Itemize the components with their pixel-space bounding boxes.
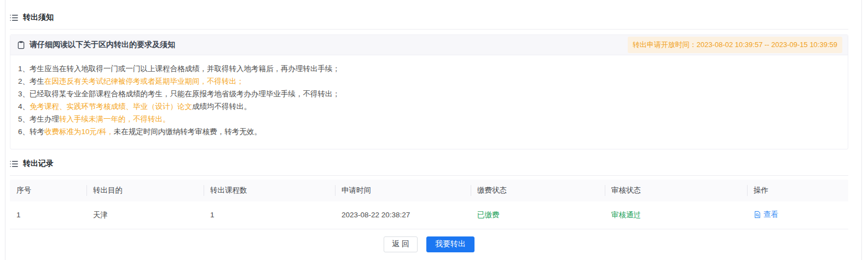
notice-text: 3、已经取得某专业全部课程合格成绩的考生，只能在原报考地省级考办办理毕业手续，不… bbox=[18, 90, 340, 98]
notice-box: 请仔细阅读以下关于区内转出的要求及须知 转出申请开放时间：2023-08-02 … bbox=[10, 34, 848, 149]
notice-text-highlight: 在因违反有关考试纪律被停考或者延期毕业期间，不得转出； bbox=[44, 77, 244, 85]
transfer-out-page: 转出须知 请仔细阅读以下关于区内转出的要求及须知 转出申请开放时间：2023-0… bbox=[0, 0, 868, 260]
notice-item-4: 4、免考课程、实践环节考核成绩、毕业（设计）论文成绩均不得转出。 bbox=[18, 100, 840, 113]
notice-box-title: 请仔细阅读以下关于区内转出的要求及须知 bbox=[30, 40, 175, 50]
notice-text: 4、 bbox=[18, 102, 30, 111]
view-link-label: 查看 bbox=[763, 210, 778, 219]
notice-text: 6、转考 bbox=[18, 128, 44, 136]
notice-text-highlight: 免考课程、实践环节考核成绩、毕业（设计）论文 bbox=[30, 102, 192, 111]
col-header-destination: 转出目的 bbox=[86, 180, 204, 201]
notice-text: 1、考生应当在转入地取得一门或一门以上课程合格成绩，并取得转入地考籍后，再办理转… bbox=[18, 65, 340, 73]
col-header-course-count: 转出课程数 bbox=[204, 180, 335, 201]
records-section-title: 转出记录 bbox=[23, 159, 54, 169]
list-icon bbox=[10, 160, 18, 168]
notice-box-header: 请仔细阅读以下关于区内转出的要求及须知 转出申请开放时间：2023-08-02 … bbox=[10, 35, 848, 55]
col-header-payment-status: 缴费状态 bbox=[471, 180, 605, 201]
col-header-seq: 序号 bbox=[10, 180, 86, 201]
cell-course-count: 1 bbox=[204, 201, 335, 229]
table-header-row: 序号 转出目的 转出课程数 申请时间 缴费状态 审核状态 操作 bbox=[10, 180, 848, 201]
notice-section-header: 转出须知 bbox=[10, 0, 848, 29]
col-header-audit-status: 审核状态 bbox=[605, 180, 747, 201]
content-panel: 转出须知 请仔细阅读以下关于区内转出的要求及须知 转出申请开放时间：2023-0… bbox=[5, 0, 862, 260]
records-table: 序号 转出目的 转出课程数 申请时间 缴费状态 审核状态 操作 1 天津 1 2… bbox=[10, 180, 848, 229]
table-row: 1 天津 1 2023-08-22 20:38:27 已缴费 审核通过 查看 bbox=[10, 201, 848, 229]
clipboard-icon bbox=[17, 41, 25, 49]
cell-destination: 天津 bbox=[86, 201, 204, 229]
payment-status-text: 已缴费 bbox=[477, 211, 500, 219]
list-icon bbox=[10, 14, 18, 22]
notice-list: 1、考生应当在转入地取得一门或一门以上课程合格成绩，并取得转入地考籍后，再办理转… bbox=[10, 55, 848, 149]
cell-seq: 1 bbox=[10, 201, 86, 229]
view-link[interactable]: 查看 bbox=[754, 210, 778, 219]
open-time-badge: 转出申请开放时间：2023-08-02 10:39:57 -- 2023-09-… bbox=[628, 37, 842, 53]
notice-text: 5、考生办理 bbox=[18, 115, 59, 123]
divider bbox=[10, 175, 848, 176]
records-section-header: 转出记录 bbox=[10, 149, 848, 175]
notice-text-highlight: 收费标准为10元/科， bbox=[44, 128, 114, 136]
back-button[interactable]: 返 回 bbox=[384, 236, 418, 252]
col-header-apply-time: 申请时间 bbox=[335, 180, 471, 201]
notice-item-3: 3、已经取得某专业全部课程合格成绩的考生，只能在原报考地省级考办办理毕业手续，不… bbox=[18, 88, 840, 100]
col-header-action: 操作 bbox=[747, 180, 848, 201]
notice-item-1: 1、考生应当在转入地取得一门或一门以上课程合格成绩，并取得转入地考籍后，再办理转… bbox=[18, 62, 840, 75]
divider bbox=[10, 29, 848, 30]
file-search-icon bbox=[754, 211, 761, 218]
notice-text: 未在规定时间内缴纳转考审核费，转考无效。 bbox=[114, 128, 262, 136]
transfer-out-button[interactable]: 我要转出 bbox=[426, 236, 474, 252]
notice-item-5: 5、考生办理转入手续未满一年的，不得转出。 bbox=[18, 113, 840, 125]
cell-payment-status: 已缴费 bbox=[471, 201, 605, 229]
notice-text: 成绩均不得转出。 bbox=[192, 102, 251, 111]
cell-audit-status: 审核通过 bbox=[605, 201, 747, 229]
audit-status-text: 审核通过 bbox=[611, 211, 641, 219]
notice-item-6: 6、转考收费标准为10元/科，未在规定时间内缴纳转考审核费，转考无效。 bbox=[18, 125, 840, 138]
cell-apply-time: 2023-08-22 20:38:27 bbox=[335, 201, 471, 229]
notice-section-title: 转出须知 bbox=[23, 13, 54, 22]
notice-item-2: 2、考生在因违反有关考试纪律被停考或者延期毕业期间，不得转出； bbox=[18, 75, 840, 88]
cell-action: 查看 bbox=[747, 201, 848, 229]
notice-text-highlight: 转入手续未满一年的，不得转出。 bbox=[59, 115, 170, 123]
notice-text: 2、考生 bbox=[18, 77, 44, 85]
footer-actions: 返 回 我要转出 bbox=[10, 236, 848, 252]
